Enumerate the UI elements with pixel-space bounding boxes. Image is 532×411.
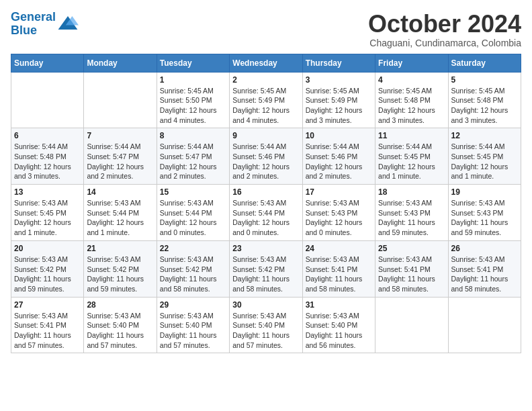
day-info: Sunrise: 5:43 AMSunset: 5:40 PMDaylight:… (232, 311, 299, 351)
day-info: Sunrise: 5:44 AMSunset: 5:46 PMDaylight:… (306, 142, 372, 181)
page-header: General Blue October 2024 Chaguani, Cund… (11, 11, 521, 48)
day-number: 13 (14, 187, 81, 197)
calendar-cell: 30Sunrise: 5:43 AMSunset: 5:40 PMDayligh… (230, 297, 302, 353)
day-info: Sunrise: 5:44 AMSunset: 5:48 PMDaylight:… (14, 142, 81, 181)
day-number: 2 (232, 75, 299, 85)
calendar-cell (11, 72, 84, 128)
day-number: 18 (378, 187, 445, 197)
calendar-week-row: 27Sunrise: 5:43 AMSunset: 5:41 PMDayligh… (11, 297, 521, 353)
calendar-cell: 12Sunrise: 5:44 AMSunset: 5:45 PMDayligh… (448, 128, 521, 185)
day-number: 6 (14, 131, 81, 140)
day-info: Sunrise: 5:44 AMSunset: 5:45 PMDaylight:… (451, 142, 518, 181)
day-info: Sunrise: 5:45 AMSunset: 5:49 PMDaylight:… (232, 86, 299, 126)
day-info: Sunrise: 5:43 AMSunset: 5:43 PMDaylight:… (451, 198, 518, 238)
calendar-cell: 14Sunrise: 5:43 AMSunset: 5:44 PMDayligh… (84, 185, 157, 241)
day-number: 9 (232, 131, 299, 140)
calendar-cell: 16Sunrise: 5:43 AMSunset: 5:44 PMDayligh… (230, 185, 302, 241)
day-number: 15 (160, 187, 226, 197)
weekday-header: Tuesday (157, 54, 229, 72)
day-number: 27 (14, 300, 81, 310)
calendar-cell: 4Sunrise: 5:45 AMSunset: 5:48 PMDaylight… (375, 72, 448, 128)
day-info: Sunrise: 5:43 AMSunset: 5:43 PMDaylight:… (306, 198, 372, 238)
calendar-cell: 7Sunrise: 5:44 AMSunset: 5:47 PMDaylight… (84, 128, 157, 185)
day-info: Sunrise: 5:43 AMSunset: 5:40 PMDaylight:… (306, 311, 372, 351)
day-number: 31 (306, 300, 372, 310)
day-number: 4 (378, 75, 445, 85)
day-number: 22 (160, 244, 226, 253)
calendar-cell: 25Sunrise: 5:43 AMSunset: 5:41 PMDayligh… (375, 240, 448, 297)
day-number: 28 (87, 300, 153, 310)
day-number: 23 (232, 244, 299, 253)
logo-icon (57, 13, 79, 35)
day-info: Sunrise: 5:45 AMSunset: 5:50 PMDaylight:… (160, 86, 226, 126)
calendar-cell: 27Sunrise: 5:43 AMSunset: 5:41 PMDayligh… (11, 297, 84, 353)
calendar-week-row: 6Sunrise: 5:44 AMSunset: 5:48 PMDaylight… (11, 128, 521, 185)
weekday-header: Monday (84, 54, 157, 72)
calendar-cell: 11Sunrise: 5:44 AMSunset: 5:45 PMDayligh… (375, 128, 448, 185)
calendar-cell: 17Sunrise: 5:43 AMSunset: 5:43 PMDayligh… (302, 185, 375, 241)
day-number: 1 (160, 75, 226, 85)
day-number: 10 (306, 131, 372, 140)
weekday-header: Friday (375, 54, 448, 72)
day-info: Sunrise: 5:43 AMSunset: 5:43 PMDaylight:… (378, 198, 445, 238)
day-info: Sunrise: 5:45 AMSunset: 5:48 PMDaylight:… (451, 86, 518, 126)
day-info: Sunrise: 5:43 AMSunset: 5:42 PMDaylight:… (232, 255, 299, 294)
title-block: October 2024 Chaguani, Cundinamarca, Col… (368, 11, 521, 48)
day-number: 3 (306, 75, 372, 85)
day-info: Sunrise: 5:44 AMSunset: 5:46 PMDaylight:… (232, 142, 299, 181)
day-info: Sunrise: 5:43 AMSunset: 5:45 PMDaylight:… (14, 198, 81, 238)
calendar-cell: 8Sunrise: 5:44 AMSunset: 5:47 PMDaylight… (157, 128, 229, 185)
day-number: 21 (87, 244, 153, 253)
day-info: Sunrise: 5:45 AMSunset: 5:49 PMDaylight:… (306, 86, 372, 126)
calendar-cell: 13Sunrise: 5:43 AMSunset: 5:45 PMDayligh… (11, 185, 84, 241)
calendar-cell: 5Sunrise: 5:45 AMSunset: 5:48 PMDaylight… (448, 72, 521, 128)
day-number: 29 (160, 300, 226, 310)
calendar-header-row: SundayMondayTuesdayWednesdayThursdayFrid… (11, 54, 521, 72)
calendar-cell: 10Sunrise: 5:44 AMSunset: 5:46 PMDayligh… (302, 128, 375, 185)
calendar-cell: 29Sunrise: 5:43 AMSunset: 5:40 PMDayligh… (157, 297, 229, 353)
logo-text: General Blue (11, 11, 56, 38)
day-number: 20 (14, 244, 81, 253)
day-info: Sunrise: 5:44 AMSunset: 5:45 PMDaylight:… (378, 142, 445, 181)
day-info: Sunrise: 5:43 AMSunset: 5:41 PMDaylight:… (306, 255, 372, 294)
day-number: 30 (232, 300, 299, 310)
calendar-week-row: 13Sunrise: 5:43 AMSunset: 5:45 PMDayligh… (11, 185, 521, 241)
day-number: 17 (306, 187, 372, 197)
day-info: Sunrise: 5:43 AMSunset: 5:41 PMDaylight:… (378, 255, 445, 294)
day-info: Sunrise: 5:43 AMSunset: 5:42 PMDaylight:… (87, 255, 153, 294)
calendar-cell: 3Sunrise: 5:45 AMSunset: 5:49 PMDaylight… (302, 72, 375, 128)
day-number: 26 (451, 244, 518, 253)
calendar-cell: 23Sunrise: 5:43 AMSunset: 5:42 PMDayligh… (230, 240, 302, 297)
day-info: Sunrise: 5:43 AMSunset: 5:40 PMDaylight:… (87, 311, 153, 351)
day-number: 7 (87, 131, 153, 140)
day-info: Sunrise: 5:43 AMSunset: 5:41 PMDaylight:… (14, 311, 81, 351)
day-number: 25 (378, 244, 445, 253)
day-number: 8 (160, 131, 226, 140)
calendar-cell: 1Sunrise: 5:45 AMSunset: 5:50 PMDaylight… (157, 72, 229, 128)
day-number: 14 (87, 187, 153, 197)
calendar-cell: 19Sunrise: 5:43 AMSunset: 5:43 PMDayligh… (448, 185, 521, 241)
day-info: Sunrise: 5:43 AMSunset: 5:42 PMDaylight:… (160, 255, 226, 294)
day-number: 19 (451, 187, 518, 197)
calendar-cell: 2Sunrise: 5:45 AMSunset: 5:49 PMDaylight… (230, 72, 302, 128)
calendar-cell (448, 297, 521, 353)
location-subtitle: Chaguani, Cundinamarca, Colombia (368, 38, 521, 48)
day-number: 16 (232, 187, 299, 197)
day-number: 24 (306, 244, 372, 253)
weekday-header: Wednesday (230, 54, 302, 72)
calendar-cell: 9Sunrise: 5:44 AMSunset: 5:46 PMDaylight… (230, 128, 302, 185)
calendar-cell: 6Sunrise: 5:44 AMSunset: 5:48 PMDaylight… (11, 128, 84, 185)
calendar-cell: 15Sunrise: 5:43 AMSunset: 5:44 PMDayligh… (157, 185, 229, 241)
logo: General Blue (11, 11, 79, 38)
calendar-cell: 18Sunrise: 5:43 AMSunset: 5:43 PMDayligh… (375, 185, 448, 241)
calendar-cell (84, 72, 157, 128)
day-info: Sunrise: 5:44 AMSunset: 5:47 PMDaylight:… (87, 142, 153, 181)
day-info: Sunrise: 5:43 AMSunset: 5:40 PMDaylight:… (160, 311, 226, 351)
day-info: Sunrise: 5:43 AMSunset: 5:44 PMDaylight:… (87, 198, 153, 238)
weekday-header: Saturday (448, 54, 521, 72)
day-info: Sunrise: 5:43 AMSunset: 5:44 PMDaylight:… (232, 198, 299, 238)
calendar-cell: 24Sunrise: 5:43 AMSunset: 5:41 PMDayligh… (302, 240, 375, 297)
calendar-cell: 20Sunrise: 5:43 AMSunset: 5:42 PMDayligh… (11, 240, 84, 297)
day-number: 12 (451, 131, 518, 140)
calendar-cell: 26Sunrise: 5:43 AMSunset: 5:41 PMDayligh… (448, 240, 521, 297)
